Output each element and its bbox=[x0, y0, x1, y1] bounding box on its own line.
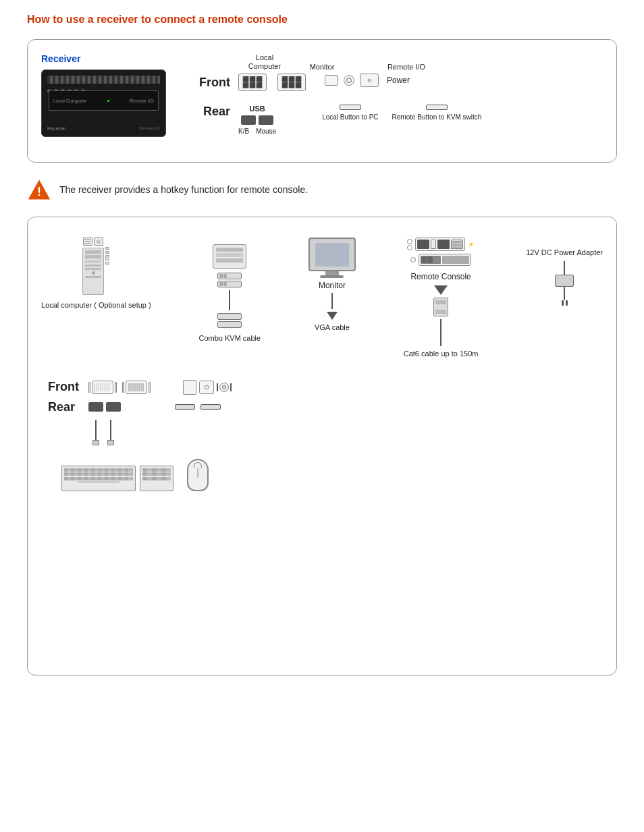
combo-kvm-label: Combo KVM cable bbox=[198, 333, 261, 343]
usb-label: USB bbox=[249, 105, 265, 113]
monitor-column: Monitor VGA cable bbox=[308, 238, 356, 333]
warning-icon: ! bbox=[27, 177, 51, 202]
mouse-label: Mouse bbox=[256, 128, 276, 135]
warning-text: The receiver provides a hotkey function … bbox=[59, 184, 308, 195]
receiver-section: Receiver Local Computer Remote I/O bbox=[41, 53, 176, 137]
svg-text:!: ! bbox=[37, 185, 41, 198]
local-computer-column: ◎ bbox=[41, 238, 151, 310]
page-title: How to use a receiver to connect a remot… bbox=[27, 13, 617, 26]
vga-cable-line bbox=[331, 293, 333, 309]
cat6-cable-line bbox=[440, 319, 441, 346]
power-label: Power bbox=[387, 76, 410, 85]
front-row: Front ⬛⬛⬛⬛⬛⬛ ⬛⬛⬛⬛⬛⬛ bbox=[196, 74, 603, 91]
kb-label: K/B bbox=[238, 128, 249, 135]
front-monitor-port: ⬛⬛⬛⬛⬛⬛ bbox=[277, 74, 306, 91]
mouse-device bbox=[187, 459, 209, 491]
remote-io-header: Remote I/O bbox=[363, 63, 450, 71]
bottom-diagram-box: ◎ bbox=[27, 217, 617, 675]
front-remote-port1 bbox=[325, 75, 338, 86]
rear-usb-section: USB K/B Mouse bbox=[238, 105, 276, 135]
vga-arrow-down bbox=[327, 312, 338, 320]
bottom-peripherals-section bbox=[41, 452, 603, 491]
power-adapter-label: 12V DC Power Adapter bbox=[526, 248, 603, 258]
warning-bar: ! The receiver provides a hotkey functio… bbox=[27, 175, 617, 204]
top-diagram-box: Receiver Local Computer Remote I/O bbox=[27, 39, 617, 163]
front-power-port: ⊙ Power bbox=[360, 74, 410, 87]
front-remote-port2 bbox=[344, 75, 354, 86]
receiver-device-image: Local Computer Remote I/O Receiver Remot… bbox=[41, 70, 166, 137]
bottom-front-ports: ⊙ bbox=[88, 380, 232, 395]
rear-label: Rear bbox=[196, 105, 230, 119]
bottom-front-row: Front ⊙ bbox=[41, 380, 603, 395]
remote-button-label: Remote Button to KVM switch bbox=[392, 113, 482, 121]
monitor-device bbox=[308, 238, 356, 278]
monitor-label: Monitor bbox=[319, 281, 346, 290]
mouse-port bbox=[259, 115, 273, 125]
rear-row: Rear USB K/B Mouse bbox=[196, 105, 603, 135]
remote-button-group: Remote Button to KVM switch bbox=[392, 105, 482, 121]
receiver-label: Receiver bbox=[41, 53, 176, 64]
rear-buttons-section: Local Button to PC Remote Button to KVM … bbox=[322, 105, 481, 121]
receiver-device-small bbox=[433, 298, 448, 316]
receiver-top-ports: ⚡ bbox=[407, 238, 475, 251]
bottom-rear-ports bbox=[88, 402, 221, 412]
kvm-device-icon bbox=[213, 244, 246, 269]
rc-arrow-down bbox=[434, 285, 448, 295]
front-rear-section: LocalComputer Monitor Remote I/O Front ⬛… bbox=[196, 53, 603, 148]
receiver-cat6-column: ⚡ Remote Console bbox=[404, 238, 479, 359]
local-computer-label: Local computer ( Optional setup ) bbox=[41, 300, 151, 310]
keyboard-device bbox=[61, 466, 173, 491]
kvm-cable-line bbox=[229, 290, 230, 310]
kvm-cable-column: Combo KVM cable bbox=[198, 238, 261, 343]
front-local-computer-port: ⬛⬛⬛⬛⬛⬛ bbox=[238, 74, 267, 91]
kb-port bbox=[241, 115, 256, 125]
local-computer-device: ◎ bbox=[82, 238, 109, 295]
bottom-front-label: Front bbox=[48, 380, 82, 394]
vga-cable-label: VGA cable bbox=[315, 323, 350, 333]
front-label: Front bbox=[196, 76, 230, 90]
local-button-group: Local Button to PC bbox=[322, 105, 378, 121]
power-adapter-device bbox=[555, 261, 574, 306]
local-button-label: Local Button to PC bbox=[322, 113, 378, 121]
bottom-rear-label: Rear bbox=[48, 400, 82, 414]
power-adapter-column: 12V DC Power Adapter bbox=[526, 248, 603, 305]
bottom-rear-row: Rear bbox=[41, 400, 603, 414]
remote-console-label: Remote Console bbox=[410, 271, 471, 283]
cat6-label: Cat6 cable up to 150m bbox=[404, 349, 479, 359]
cable-stubs-section bbox=[41, 420, 603, 445]
